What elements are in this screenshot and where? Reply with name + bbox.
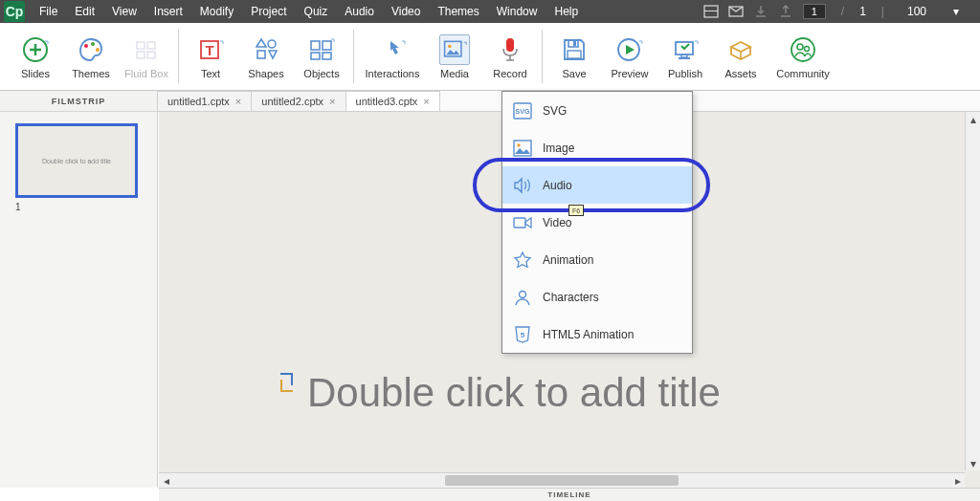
scroll-thumb[interactable] [445,475,679,486]
menu-themes[interactable]: Themes [429,5,487,18]
publish-label: Publish [668,68,702,79]
menu-audio[interactable]: Audio [336,5,383,18]
shapes-button[interactable]: Shapes [238,25,294,88]
svg-rect-27 [681,54,687,57]
publish-button[interactable]: Publish [657,25,713,88]
dropdown-image[interactable]: Image [502,129,692,166]
audio-icon [512,175,533,196]
tab-label: untitled3.cptx [356,96,418,107]
media-dropdown: SVG SVG Image Audio Video Animation Char… [501,91,693,354]
video-icon [512,212,533,233]
dropdown-svg[interactable]: SVG SVG [502,92,692,129]
characters-icon [512,287,533,308]
title-placeholder[interactable]: Double click to add title [307,370,721,416]
community-label: Community [776,68,830,79]
menu-window[interactable]: Window [488,5,546,18]
animation-icon [512,250,533,271]
dropdown-characters[interactable]: Characters [502,278,692,316]
toolbar: Slides Themes Fluid Box T Text Shapes Ob… [0,23,980,91]
menu-right: 1 / 1 | 100 ▾ [703,4,976,19]
tab-untitled3[interactable]: untitled3.cptx × [346,91,440,111]
horizontal-scrollbar[interactable]: ◂ ▸ [159,472,965,488]
svg-point-6 [96,48,100,52]
assets-button[interactable]: Assets [713,25,768,88]
menu-edit[interactable]: Edit [66,5,103,18]
dropdown-video[interactable]: Video [502,204,692,241]
upload-icon[interactable] [778,4,793,19]
thumb-index: 1 [0,202,157,212]
svg-point-31 [805,46,810,51]
timeline-panel[interactable]: TIMELINE [159,488,980,501]
svg-point-37 [520,291,526,297]
preview-button[interactable]: Preview [602,25,657,88]
download-icon[interactable] [753,4,768,19]
vertical-scrollbar[interactable]: ▴ ▾ [965,112,980,470]
dropdown-html5[interactable]: 5 HTML5 Animation [502,316,692,353]
svg-rect-10 [147,52,155,58]
svg-rect-7 [137,42,145,49]
close-icon[interactable]: × [235,96,241,107]
filmstrip-panel: FILMSTRIP Double click to add title 1 [0,91,158,488]
interactions-label: Interactions [366,68,420,79]
tab-untitled2[interactable]: untitled2.cptx × [252,91,345,111]
svg-rect-8 [147,42,155,49]
svg-rect-1 [704,11,718,11]
menu-view[interactable]: View [103,5,145,18]
menu-insert[interactable]: Insert [145,5,191,18]
scroll-down-icon[interactable]: ▾ [966,456,980,470]
toolbar-divider [353,30,354,83]
menu-project[interactable]: Project [242,5,295,18]
zoom-sep: | [876,5,890,18]
objects-button[interactable]: Objects [294,25,349,88]
media-label: Media [440,68,469,79]
close-icon[interactable]: × [329,96,335,107]
tab-untitled1[interactable]: untitled1.cptx × [158,91,252,111]
image-icon [512,138,533,159]
mail-icon[interactable] [728,4,744,19]
tab-label: untitled1.cptx [167,96,230,107]
text-label: Text [201,68,220,79]
dropdown-audio[interactable]: Audio [502,166,692,204]
svg-rect-14 [257,51,265,58]
page-current[interactable]: 1 [803,4,826,19]
media-button[interactable]: Media [427,25,482,88]
tab-label: untitled2.cptx [261,96,323,107]
close-icon[interactable]: × [423,96,429,107]
themes-icon [76,34,106,65]
dropdown-animation[interactable]: Animation [502,241,692,278]
zoom-value: 100 [907,5,926,18]
fluidbox-button[interactable]: Fluid Box [119,25,174,88]
assets-label: Assets [724,68,756,79]
zoom-selector[interactable]: 100 ▾ [900,4,967,19]
layout-icon[interactable] [703,4,719,19]
dropdown-label: Video [543,216,571,229]
svg-rect-15 [311,41,320,50]
scroll-right-icon[interactable]: ▸ [950,473,965,488]
menu-video[interactable]: Video [383,5,429,18]
scroll-left-icon[interactable]: ◂ [159,473,173,488]
svg-rect-18 [323,53,331,59]
themes-button[interactable]: Themes [63,25,119,88]
svg-text:SVG: SVG [516,108,530,115]
svg-rect-17 [311,53,320,59]
slide-thumbnail[interactable]: Double click to add title [15,123,138,198]
menu-quiz[interactable]: Quiz [296,5,337,18]
svg-point-13 [268,40,276,48]
interactions-button[interactable]: Interactions [358,25,427,88]
menu-file[interactable]: File [31,5,66,18]
scroll-up-icon[interactable]: ▴ [966,112,980,126]
slides-label: Slides [21,68,50,79]
save-button[interactable]: Save [546,25,602,88]
svg-point-30 [797,44,803,50]
text-button[interactable]: T Text [183,25,238,88]
html5-icon: 5 [512,324,533,345]
svg-point-4 [84,44,88,48]
menu-modify[interactable]: Modify [191,5,242,18]
slides-button[interactable]: Slides [8,25,63,88]
svg-rect-36 [514,218,525,228]
scroll-track[interactable] [173,473,950,488]
menu-help[interactable]: Help [546,5,587,18]
community-button[interactable]: Community [768,25,837,88]
svg-rect-16 [323,41,331,50]
record-button[interactable]: Record [482,25,538,88]
